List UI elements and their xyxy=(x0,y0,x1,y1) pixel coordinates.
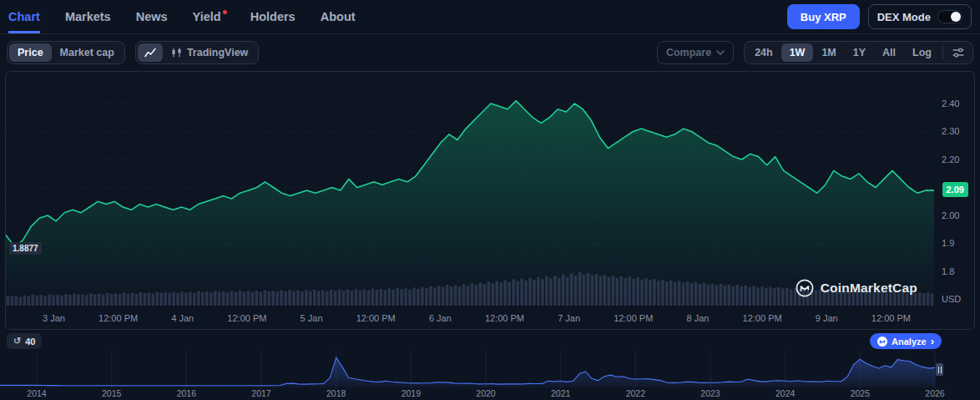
header-actions: Buy XRP DEX Mode xyxy=(787,0,972,33)
price-chart-panel: 2.40 2.30 2.20 2.09 2.00 1.9 1.8 USD 1.8… xyxy=(5,71,975,330)
chart-type-segmented-control: TradingView xyxy=(135,41,259,64)
x-axis-label: 4 Jan xyxy=(171,313,194,323)
timeline-year-label: 2017 xyxy=(251,388,270,398)
x-axis-label: 6 Jan xyxy=(429,313,452,323)
tab-holders[interactable]: Holders xyxy=(250,0,296,33)
x-axis-label: 12:00 PM xyxy=(743,313,782,323)
sliders-icon xyxy=(952,48,964,58)
y-axis-unit-label: USD xyxy=(934,294,974,304)
x-axis-label: 3 Jan xyxy=(43,313,65,323)
metric-marketcap-button[interactable]: Market cap xyxy=(52,43,123,62)
timeline-year-label: 2022 xyxy=(626,388,645,398)
history-count: 40 xyxy=(25,337,35,347)
tradingview-chart-type-button[interactable]: TradingView xyxy=(163,43,256,62)
history-icon: ↺ xyxy=(13,336,21,347)
range-1w-button[interactable]: 1W xyxy=(781,43,814,62)
tab-news-label: News xyxy=(136,10,168,23)
x-axis-label: 12:00 PM xyxy=(227,313,266,323)
current-price-badge: 2.09 xyxy=(942,182,968,197)
page-header: Chart Markets News Yield Holders About B… xyxy=(0,0,980,34)
x-axis-label: 12:00 PM xyxy=(871,313,911,323)
timeline-year-label: 2023 xyxy=(700,388,720,398)
compare-label: Compare xyxy=(666,47,711,58)
y-axis-label: 2.40 xyxy=(934,99,974,109)
range-segmented-control: 24h 1W 1M 1Y All Log xyxy=(744,41,973,64)
history-badge[interactable]: ↺ 40 xyxy=(7,333,42,349)
price-plot[interactable] xyxy=(6,72,934,307)
yield-new-dot xyxy=(223,10,227,14)
dex-mode-control[interactable]: DEX Mode xyxy=(868,4,972,29)
timeline-year-label: 2014 xyxy=(27,388,46,398)
period-low-label: 1.8877 xyxy=(9,242,42,255)
x-axis-label: 12:00 PM xyxy=(99,313,138,323)
timeline-year-label: 2025 xyxy=(851,388,870,398)
tab-chart-label: Chart xyxy=(8,10,40,23)
y-axis-label: 2.30 xyxy=(934,126,974,136)
y-axis-label: 2.20 xyxy=(934,154,974,165)
range-1m-button[interactable]: 1M xyxy=(813,43,844,62)
chevron-right-icon: › xyxy=(931,337,934,346)
buy-xrp-button[interactable]: Buy XRP xyxy=(787,4,860,29)
chart-settings-button[interactable] xyxy=(946,43,971,62)
timeline-year-axis: 2014 2015 2016 2017 2018 2019 2020 2021 … xyxy=(0,388,980,400)
y-axis-label: 1.8 xyxy=(934,266,974,276)
dex-mode-toggle[interactable] xyxy=(937,10,962,23)
log-scale-button[interactable]: Log xyxy=(904,43,940,62)
range-handle[interactable] xyxy=(936,363,943,376)
timeline-year-label: 2020 xyxy=(476,388,495,398)
tab-markets-label: Markets xyxy=(65,10,111,23)
timeline-section: ↺ 40 Analyze › 2014 2015 2016 2017 2018 … xyxy=(0,333,980,400)
line-chart-icon xyxy=(144,48,156,58)
watermark-text: CoinMarketCap xyxy=(821,281,917,296)
y-axis-label: 2.00 xyxy=(934,210,974,220)
tab-markets[interactable]: Markets xyxy=(65,0,111,33)
coinmarketcap-logo-icon xyxy=(796,279,814,297)
tab-holders-label: Holders xyxy=(250,10,296,23)
timeline-plot[interactable] xyxy=(0,352,980,388)
timeline-year-label: 2024 xyxy=(775,388,795,398)
tradingview-label: TradingView xyxy=(187,47,248,58)
dex-mode-label: DEX Mode xyxy=(877,11,931,23)
toolbar-divider xyxy=(942,46,943,59)
chevron-down-icon xyxy=(716,50,725,55)
range-all-button[interactable]: All xyxy=(874,43,904,62)
timeline-year-label: 2026 xyxy=(925,388,944,398)
timeline-year-label: 2016 xyxy=(177,388,196,398)
timeline-year-label: 2018 xyxy=(326,388,346,398)
time-axis: 3 Jan 12:00 PM 4 Jan 12:00 PM 5 Jan 12:0… xyxy=(6,307,934,329)
x-axis-label: 7 Jan xyxy=(558,313,580,323)
tab-chart[interactable]: Chart xyxy=(8,0,40,33)
watermark: CoinMarketCap xyxy=(796,279,917,297)
candlestick-icon xyxy=(171,48,182,58)
tab-about[interactable]: About xyxy=(321,0,356,33)
analyze-label: Analyze xyxy=(892,337,927,347)
tab-news[interactable]: News xyxy=(136,0,168,33)
line-chart-type-button[interactable] xyxy=(138,43,163,62)
analyze-logo-icon xyxy=(877,337,887,347)
range-1y-button[interactable]: 1Y xyxy=(845,43,874,62)
tab-yield-label: Yield xyxy=(193,10,221,23)
metric-price-button[interactable]: Price xyxy=(9,43,52,62)
x-axis-label: 8 Jan xyxy=(686,313,709,323)
timeline-year-label: 2015 xyxy=(102,388,121,398)
range-24h-button[interactable]: 24h xyxy=(746,43,781,62)
chart-toolbar: Price Market cap TradingView Compare 24h… xyxy=(7,40,973,65)
x-axis-label: 12:00 PM xyxy=(485,313,524,323)
timeline-year-label: 2021 xyxy=(551,388,570,398)
x-axis-label: 12:00 PM xyxy=(356,313,396,323)
metric-segmented-control: Price Market cap xyxy=(7,41,125,64)
tab-about-label: About xyxy=(321,10,356,23)
compare-button[interactable]: Compare xyxy=(657,41,734,64)
x-axis-label: 5 Jan xyxy=(301,313,323,323)
nav-tabs: Chart Markets News Yield Holders About xyxy=(8,0,356,33)
analyze-button[interactable]: Analyze › xyxy=(870,333,942,349)
timeline-year-label: 2019 xyxy=(402,388,421,398)
y-axis-label: 1.9 xyxy=(934,238,974,248)
x-axis-label: 9 Jan xyxy=(816,313,838,323)
x-axis-label: 12:00 PM xyxy=(614,313,653,323)
toggle-knob xyxy=(951,12,961,22)
tab-yield[interactable]: Yield xyxy=(193,0,225,33)
